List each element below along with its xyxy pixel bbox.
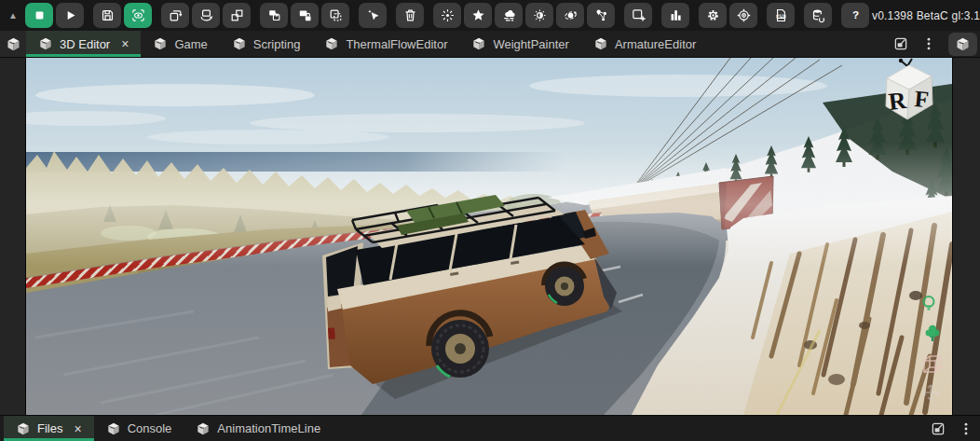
engine-cube-icon (16, 421, 31, 436)
lock-object-button[interactable] (291, 3, 319, 28)
scale-icon (229, 7, 245, 23)
tab-3d-editor[interactable]: 3D Editor× (26, 31, 141, 57)
engine-cube-icon (324, 36, 339, 51)
left-strip (0, 58, 26, 415)
apk-icon: APK (773, 7, 789, 23)
physics-orbit-button[interactable] (556, 3, 584, 28)
node-graph-icon (593, 7, 609, 23)
tab-label: 3D Editor (60, 37, 110, 51)
stats-button[interactable] (661, 3, 689, 28)
tab-label: Scripting (253, 37, 301, 51)
node-path-button[interactable] (587, 3, 615, 28)
bottom-tabs: Files×ConsoleAnimationTimeLine (4, 416, 333, 441)
effects-button[interactable] (464, 3, 492, 28)
tap-place-button[interactable] (359, 3, 387, 28)
tab-scripting[interactable]: Scripting (220, 31, 313, 57)
tab-label: WeightPainter (493, 37, 568, 51)
kebab-icon (958, 420, 974, 437)
add-object-button[interactable] (624, 3, 652, 28)
panel-layout-button[interactable] (889, 33, 912, 55)
tab-label: ThermalFlowEditor (346, 37, 447, 51)
engine-cube-icon (955, 36, 971, 52)
tab-close-button[interactable]: × (121, 37, 129, 50)
right-strip (952, 58, 980, 415)
panel-menu-button[interactable] (917, 33, 940, 55)
lens-flare-button[interactable] (433, 3, 461, 28)
engine-cube-icon (196, 421, 211, 436)
bottom-tabbar-actions (926, 416, 980, 441)
collapse-toolbar-icon[interactable]: ▲ (4, 10, 22, 21)
lock-object-icon (297, 7, 313, 23)
editor-window: ▲ APK? v0.1398 BetaC gl:3.1 3D Editor×Ga… (0, 0, 980, 441)
svg-text:?: ? (851, 8, 858, 21)
tab-game[interactable]: Game (141, 31, 219, 57)
tab-label: AnimationTimeLine (217, 421, 320, 435)
engine-cube-icon (6, 36, 21, 52)
tab-label: Game (174, 37, 207, 51)
sync-data-button[interactable] (804, 3, 832, 28)
top-tabbar-actions (889, 31, 980, 57)
bottom-tabbar: Files×ConsoleAnimationTimeLine (0, 415, 980, 441)
target-gear-icon (736, 7, 752, 23)
kebab-icon (920, 35, 937, 52)
tab-animationtimeline[interactable]: AnimationTimeLine (184, 416, 333, 441)
orbit-icon (563, 7, 578, 23)
lighting-button[interactable] (525, 3, 553, 28)
window-restore-icon (930, 420, 946, 437)
delete-button[interactable] (396, 3, 424, 28)
project-settings-button[interactable] (729, 3, 757, 28)
engine-cube-icon (593, 36, 608, 51)
tab-files[interactable]: Files× (4, 416, 94, 441)
rotate-tool-button[interactable] (192, 3, 220, 28)
top-tabbar: 3D Editor×GameScriptingThermalFlowEditor… (0, 31, 980, 58)
database-sync-icon (810, 7, 826, 23)
save-button[interactable] (93, 3, 121, 28)
engine-cube-icon (153, 36, 168, 51)
fog-icon (501, 7, 517, 23)
duplicate-icon (266, 7, 282, 23)
help-button[interactable]: ? (841, 3, 869, 28)
paste-special-button[interactable] (321, 3, 349, 28)
tab-label: Files (37, 421, 62, 435)
flare-icon (440, 7, 456, 23)
move-tool-button[interactable] (161, 3, 189, 28)
star-icon (470, 7, 486, 23)
preview-button[interactable] (124, 3, 152, 28)
gear-icon (705, 7, 721, 23)
stop-icon (32, 7, 48, 23)
main-area: R F (0, 58, 980, 415)
top-tabs: 3D Editor×GameScriptingThermalFlowEditor… (26, 31, 708, 57)
main-toolbar: ▲ APK? v0.1398 BetaC gl:3.1 (0, 0, 980, 31)
trash-icon (402, 7, 418, 23)
tab-weightpainter[interactable]: WeightPainter (459, 31, 580, 57)
settings-button[interactable] (699, 3, 727, 28)
stop-button[interactable] (25, 3, 53, 28)
tab-armatureeditor[interactable]: ArmatureEditor (581, 31, 708, 57)
play-button[interactable] (56, 3, 84, 28)
toolbar-buttons: APK? (25, 3, 869, 28)
tab-console[interactable]: Console (94, 416, 184, 441)
viewport-scene: R F (26, 58, 952, 415)
panel-menu-button[interactable] (954, 418, 977, 440)
duplicate-button[interactable] (260, 3, 288, 28)
engine-cube-icon (232, 36, 247, 51)
fog-button[interactable] (495, 3, 523, 28)
engine-cube-icon (106, 421, 121, 436)
tab-label: Console (128, 421, 172, 435)
scene-viewport[interactable]: R F (26, 58, 952, 415)
svg-text:APK: APK (778, 15, 785, 19)
add-object-icon (631, 7, 647, 23)
scale-tool-button[interactable] (223, 3, 251, 28)
play-icon (62, 7, 78, 23)
panel-layout-button[interactable] (926, 418, 949, 440)
export-apk-button[interactable]: APK (767, 3, 795, 28)
tab-overflow-button[interactable] (948, 33, 977, 56)
engine-cube-icon (38, 36, 53, 51)
tab-close-button[interactable]: × (74, 422, 81, 435)
tab-list-button[interactable] (0, 31, 26, 57)
rotate-icon (198, 7, 214, 23)
tab-thermalfloweditor[interactable]: ThermalFlowEditor (312, 31, 459, 57)
version-label: v0.1398 BetaC gl:3.1 (872, 9, 980, 22)
tab-label: ArmatureEditor (615, 37, 696, 51)
watermark-letter-r: R (887, 87, 907, 116)
